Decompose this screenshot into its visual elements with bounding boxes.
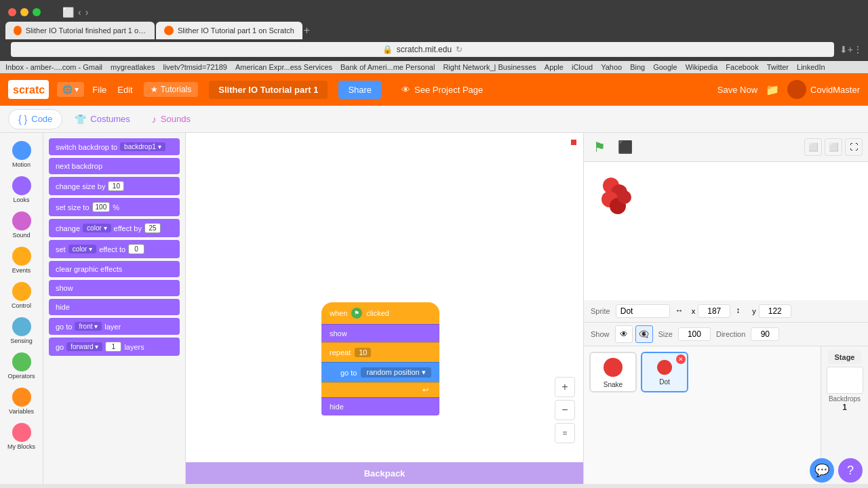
palette-item-myblocks[interactable]: My Blocks [3,420,41,453]
palette-item-control[interactable]: Control [3,279,41,312]
block-switch-backdrop[interactable]: switch backdrop to backdrop1 ▾ [49,138,180,155]
file-menu[interactable]: File [92,85,106,95]
bookmark-google[interactable]: Google [653,63,677,71]
minimize-window-button[interactable] [20,8,28,16]
block-change-size[interactable]: change size by 10 [49,177,180,195]
block-change-effect[interactable]: change color ▾ effect by 25 [49,219,180,237]
language-button[interactable]: 🌐 ▾ [57,82,84,97]
set-effect-input[interactable]: 0 [128,244,144,254]
bookmark-linkedin[interactable]: LinkedIn [797,63,825,71]
change-size-input[interactable]: 10 [108,181,124,191]
stage-fullscreen-button[interactable]: ⛶ [845,138,863,156]
block-set-effect[interactable]: set color ▾ effect to 0 [49,240,180,258]
show-hidden-button[interactable]: 👁‍🗨 [635,325,653,343]
reload-button[interactable]: ↻ [456,45,462,54]
zoom-in-button[interactable]: + [555,377,575,397]
block-backdrop-dropdown[interactable]: backdrop1 ▾ [120,142,165,151]
palette-item-looks[interactable]: Looks [3,174,41,206]
bookmark-bing[interactable]: Bing [630,63,645,71]
block-hide[interactable]: hide [49,299,180,315]
sprite-thumb-snake[interactable]: Snake [589,352,637,392]
bookmark-yahoo[interactable]: Yahoo [601,63,622,71]
block-clear-effects[interactable]: clear graphic effects [49,261,180,277]
hide-block[interactable]: hide [321,397,439,415]
bookmark-wikipedia[interactable]: Wikipedia [686,63,718,71]
bookmark-apple[interactable]: Apple [545,63,564,71]
palette-item-sensing[interactable]: Sensing [3,314,41,347]
script-block-group[interactable]: when ⚑ clicked show repeat 10 go to [321,302,439,415]
stage-small-button[interactable]: ⬜ [804,138,822,156]
bookmark-mygreatlakes[interactable]: mygreatlakes [111,63,155,71]
bookmark-boa[interactable]: Bank of Ameri...me Personal [340,63,435,71]
layer-dropdown[interactable]: front ▾ [75,322,102,331]
sprite-name-input[interactable] [616,304,670,318]
block-go-forward[interactable]: go forward ▾ 1 layers [49,338,180,356]
repeat-block[interactable]: repeat 10 [321,342,439,362]
bookmark-gmail[interactable]: Inbox - amber-....com - Gmail [5,63,102,71]
forward-input[interactable]: 1 [105,342,121,352]
bookmark-livetv[interactable]: livetv?tmsid=72189 [163,63,226,71]
palette-item-operators[interactable]: Operators [3,350,41,382]
browser-tab-1[interactable]: Slither IO Tutorial finished part 1 on S… [5,22,155,39]
bookmark-twitter[interactable]: Twitter [767,63,789,71]
sprite-delete-button[interactable]: ✕ [676,354,686,364]
forward-button[interactable]: › [85,7,89,18]
direction-input[interactable] [751,327,779,341]
set-effect-dropdown[interactable]: color ▾ [68,245,96,253]
project-title-button[interactable]: Slither IO Tutorial part 1 [209,81,328,99]
folder-button[interactable]: 📁 [766,83,779,96]
show-block[interactable]: show [321,324,439,342]
zoom-fit-button[interactable]: = [555,423,575,443]
tab-code[interactable]: { } Code [8,109,62,129]
chat-button[interactable]: 💬 [810,458,834,483]
repeat-val[interactable]: 10 [355,348,371,357]
downloads-button[interactable]: ⬇ [840,44,848,55]
block-go-to-front[interactable]: go to front ▾ layer [49,318,180,335]
effect-input[interactable]: 25 [144,223,161,233]
show-visible-button[interactable]: 👁 [615,325,633,343]
stage-canvas[interactable] [584,162,868,300]
palette-item-sound[interactable]: Sound [3,209,41,241]
bookmark-icloud[interactable]: iCloud [572,63,593,71]
goto-dropdown[interactable]: random position ▾ [361,367,431,378]
forward-dropdown[interactable]: forward ▾ [66,342,102,351]
edit-menu[interactable]: Edit [117,85,132,95]
palette-item-variables[interactable]: Variables [3,385,41,418]
tab-costumes[interactable]: 👕 Costumes [65,110,140,129]
x-input[interactable] [698,304,730,318]
new-tab-button[interactable]: + [304,22,310,39]
palette-item-events[interactable]: Events [3,244,41,277]
scratch-logo[interactable]: scratch [8,80,49,99]
tab-sounds[interactable]: ♪ Sounds [142,110,200,129]
stage-medium-button[interactable]: ⬜ [825,138,842,156]
maximize-window-button[interactable] [33,8,41,16]
add-bookmark-button[interactable]: + [848,44,853,55]
stop-button[interactable]: ⬛ [615,137,635,157]
hat-block[interactable]: when ⚑ clicked show repeat 10 go to [321,302,439,415]
user-area[interactable]: CovidMaster [787,80,860,99]
sprite-thumb-dot[interactable]: ✕ Dot [641,352,688,392]
goto-block[interactable]: go to random position ▾ [321,362,439,382]
block-set-size[interactable]: set size to 100 % [49,198,180,216]
tutorials-button[interactable]: ★ Tutorials [144,82,199,97]
size-input[interactable] [678,327,711,341]
bookmark-rightnetwork[interactable]: Right Network_| Businesses [443,63,536,71]
bookmark-facebook[interactable]: Facebook [726,63,758,71]
address-bar[interactable]: 🔒 SCRATCH scratch.mit.edu ↻ [11,42,834,57]
save-now-button[interactable]: Save Now [717,85,757,95]
bookmark-amex[interactable]: American Expr...ess Services [235,63,332,71]
see-project-button[interactable]: 👁 See Project Page [392,81,492,99]
block-next-backdrop[interactable]: next backdrop [49,158,180,174]
palette-item-motion[interactable]: Motion [3,138,41,171]
y-input[interactable] [759,304,791,318]
share-button[interactable]: Share [338,81,381,99]
set-size-input[interactable]: 100 [92,202,111,212]
help-button[interactable]: ? [838,458,863,483]
green-flag-button[interactable]: ⚑ [589,137,610,157]
effect-dropdown[interactable]: color ▾ [83,224,111,232]
extensions-button[interactable]: ⋮ [853,44,863,55]
block-show[interactable]: show [49,280,180,296]
backpack-bar[interactable]: Backpack [186,462,583,484]
script-canvas[interactable]: when ⚑ clicked show repeat 10 go to [186,133,583,484]
browser-tab-2[interactable]: Slither IO Tutorial part 1 on Scratch [156,22,302,39]
